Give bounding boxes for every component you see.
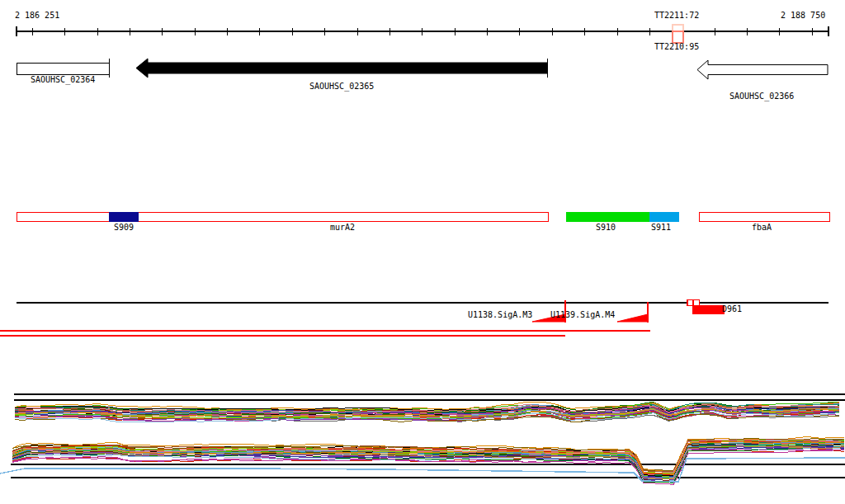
- feature-segment[interactable]: [649, 212, 678, 221]
- feature-segment[interactable]: [699, 212, 829, 221]
- feature-label-s910: S910: [596, 223, 616, 232]
- feature-label-s909: S909: [114, 223, 134, 232]
- upshift-label-u1138-siga-m3: U1138.SigA.M3: [468, 310, 532, 319]
- tss-marker-lower[interactable]: [673, 31, 683, 43]
- feature-label-s911: S911: [651, 223, 671, 232]
- feature-label-fbaa: fbaA: [752, 223, 772, 232]
- ruler-start-coordinate: 2 186 251: [15, 11, 59, 20]
- gene-label-saouhsc-02364: SAOUHSC_02364: [31, 75, 95, 84]
- gene-arrow[interactable]: [697, 60, 828, 79]
- gene-label-saouhsc-02366: SAOUHSC_02366: [729, 92, 794, 101]
- genome-browser-window: 2 186 251 2 188 750 TT2211:72 TT2210:95 …: [0, 0, 845, 504]
- downshift-box[interactable]: [692, 306, 724, 314]
- upshift-label-u1139-siga-m4: U1139.SigA.M4: [550, 310, 615, 319]
- downshift-label-d961: D961: [722, 304, 742, 313]
- gene-label-saouhsc-02365: SAOUHSC_02365: [309, 82, 374, 91]
- upshift-wedge[interactable]: [617, 314, 648, 322]
- tss-label-bottom: TT2210:95: [654, 42, 699, 51]
- feature-segment[interactable]: [566, 212, 649, 221]
- feature-segment[interactable]: [109, 212, 138, 221]
- feature-label-mura2: murA2: [330, 223, 355, 232]
- gene-arrow[interactable]: [136, 59, 547, 78]
- gene-box[interactable]: [17, 63, 109, 74]
- tss-label-top: TT2211:72: [654, 11, 699, 20]
- downshift-square[interactable]: [694, 300, 700, 306]
- ruler-end-coordinate: 2 188 750: [781, 11, 825, 20]
- tss-marker-upper[interactable]: [673, 25, 683, 31]
- feature-segment[interactable]: [17, 212, 548, 221]
- downshift-square[interactable]: [687, 300, 693, 306]
- genome-browser-canvas: [0, 0, 845, 504]
